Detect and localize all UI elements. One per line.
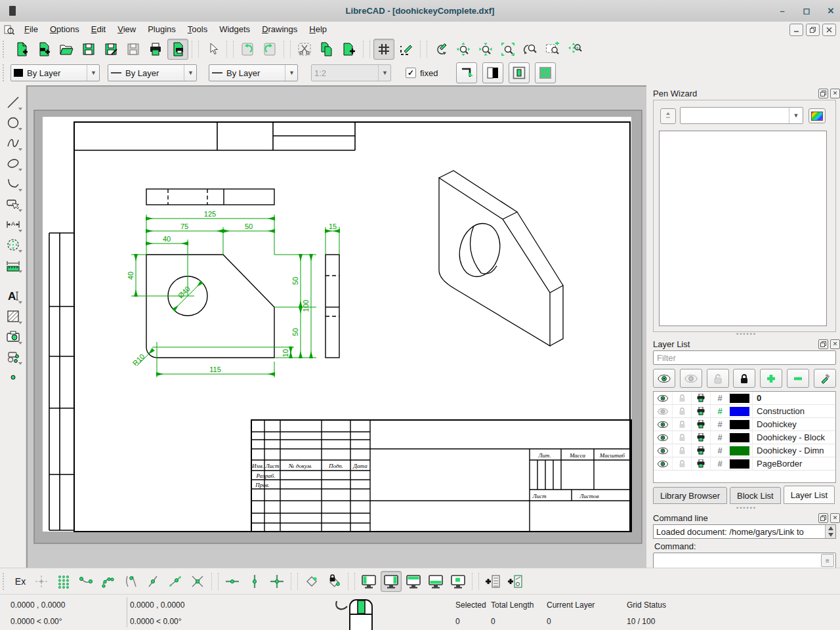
lock-icon[interactable]: [673, 444, 692, 457]
select-tool-button[interactable]: [3, 194, 24, 214]
dock-top-button[interactable]: [403, 571, 424, 592]
show-all-layers-button[interactable]: [653, 369, 675, 388]
pen-color-picker-button[interactable]: [808, 108, 826, 123]
text-tool-button[interactable]: A: [3, 285, 24, 306]
dimension-tool-button[interactable]: A: [3, 214, 24, 234]
eye-off-icon[interactable]: [654, 405, 673, 417]
copy-button[interactable]: [316, 39, 337, 60]
lock-icon[interactable]: [673, 392, 692, 404]
preview-entity-button[interactable]: [509, 62, 530, 83]
eye-icon[interactable]: [654, 418, 673, 430]
menu-drawings[interactable]: Drawings: [256, 22, 303, 37]
print-button[interactable]: [145, 39, 166, 60]
redo-button[interactable]: [259, 39, 280, 60]
save-all-button[interactable]: [123, 39, 144, 60]
print-icon[interactable]: [692, 392, 711, 404]
open-button[interactable]: [56, 39, 77, 60]
print-icon[interactable]: [692, 431, 711, 444]
history-scrollbar[interactable]: [825, 525, 835, 538]
lock-icon[interactable]: [673, 405, 692, 417]
pen-wizard-combo[interactable]: ▼: [680, 107, 803, 124]
lock-icon[interactable]: [673, 457, 692, 470]
previous-view-button[interactable]: [520, 39, 541, 60]
lock-icon[interactable]: [673, 418, 692, 430]
point-tool-button[interactable]: [3, 367, 24, 387]
restrict-horizontal-button[interactable]: [222, 571, 243, 592]
restrict-orthogonal-button[interactable]: [266, 571, 287, 592]
mdi-restore-icon[interactable]: [806, 24, 820, 36]
dock-splitter[interactable]: ••••••: [653, 332, 840, 337]
close-panel-icon[interactable]: ✕: [830, 513, 840, 523]
layer-filter-input[interactable]: [653, 350, 836, 365]
menu-edit[interactable]: Edit: [85, 22, 112, 37]
new-drawing-button[interactable]: [11, 39, 32, 60]
dock-right-button[interactable]: [381, 571, 402, 592]
print-icon[interactable]: [692, 457, 711, 470]
unlock-all-layers-button[interactable]: [707, 369, 729, 388]
add-command-widget-button[interactable]: [482, 571, 503, 592]
menu-file[interactable]: File: [18, 22, 44, 37]
command-options-icon[interactable]: ≡: [821, 554, 834, 567]
save-as-button[interactable]: [100, 39, 121, 60]
pen-linetype-combo[interactable]: By Layer ▼: [209, 64, 298, 81]
spline-tool-button[interactable]: [3, 133, 24, 153]
contrast-button[interactable]: [482, 62, 503, 83]
print-icon[interactable]: [692, 405, 711, 417]
layer-row-5[interactable]: # PageBorder: [654, 457, 835, 471]
print-preview-button[interactable]: [167, 39, 188, 60]
restrict-vertical-button[interactable]: [244, 571, 265, 592]
auto-zoom-button[interactable]: [497, 39, 518, 60]
menu-plugins[interactable]: Plugins: [142, 22, 182, 37]
dock-splitter[interactable]: ••••••: [653, 506, 840, 511]
snap-intersection-button[interactable]: [187, 571, 208, 592]
block-tool-button[interactable]: [3, 346, 24, 367]
image-tool-button[interactable]: [3, 326, 24, 346]
mdi-minimize-icon[interactable]: [789, 24, 803, 36]
modify-layer-button[interactable]: [814, 369, 836, 388]
remove-layer-button[interactable]: [787, 369, 809, 388]
construction-icon[interactable]: #: [711, 392, 730, 404]
circle-tool-button[interactable]: [3, 112, 24, 133]
pen-color-combo[interactable]: By Layer ▼: [10, 64, 100, 81]
snap-distance-button[interactable]: [165, 571, 186, 592]
hatch-tool-button[interactable]: [3, 306, 24, 326]
ellipse-tool-button[interactable]: [3, 153, 24, 173]
drawing-canvas[interactable]: Изм. Лист № докум. Подп. Дата Разраб. Пр…: [26, 85, 646, 568]
blocks-grid-button[interactable]: [535, 62, 556, 83]
zoom-out-button[interactable]: [475, 39, 496, 60]
draft-lines-button[interactable]: [396, 39, 417, 60]
maximize-icon[interactable]: ◻: [795, 0, 818, 22]
layer-row-3[interactable]: # Doohickey - Block: [654, 431, 835, 444]
print-icon[interactable]: [692, 444, 711, 457]
dock-float-button[interactable]: [448, 571, 469, 592]
select-pointer-button[interactable]: [202, 39, 223, 60]
snap-entity-button[interactable]: [98, 571, 119, 592]
redraw-button[interactable]: [430, 39, 452, 60]
grid-toggle-button[interactable]: [373, 39, 394, 60]
construction-icon[interactable]: #: [711, 457, 730, 470]
paste-button[interactable]: [339, 39, 360, 60]
layer-row-4[interactable]: # Doohickey - Dimn: [654, 444, 835, 457]
line-tool-button[interactable]: [3, 92, 24, 112]
undo-button[interactable]: [237, 39, 258, 60]
add-layer-button[interactable]: [760, 369, 782, 388]
menu-help[interactable]: Help: [303, 22, 333, 37]
command-history[interactable]: Loaded document: /home/garys/Link to: [653, 524, 836, 539]
modify-tool-button[interactable]: [3, 234, 24, 255]
menu-options[interactable]: Options: [44, 22, 85, 37]
cut-button[interactable]: [294, 39, 315, 60]
polyline-tool-button[interactable]: [3, 173, 24, 194]
command-input[interactable]: ≡: [653, 553, 836, 568]
snap-endpoint-button[interactable]: [75, 571, 96, 592]
snap-middle-button[interactable]: [142, 571, 163, 592]
set-relative-zero-button[interactable]: [301, 571, 322, 592]
toolbar-handle[interactable]: [3, 64, 9, 81]
print-icon[interactable]: [692, 418, 711, 430]
lock-relative-zero-button[interactable]: [324, 571, 345, 592]
mdi-close-icon[interactable]: [822, 24, 836, 36]
pen-width-combo[interactable]: By Layer ▼: [108, 64, 197, 81]
dock-bottom-button[interactable]: [425, 571, 446, 592]
tab-layer-list[interactable]: Layer List: [784, 486, 835, 504]
dock-left-button[interactable]: [358, 571, 379, 592]
construction-icon[interactable]: #: [711, 405, 730, 417]
